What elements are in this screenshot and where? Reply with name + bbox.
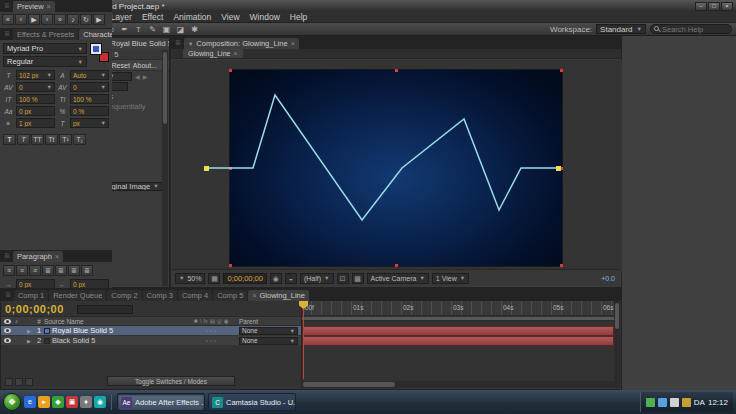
subscript-button[interactable]: T₁ [73, 134, 86, 145]
expander-icon[interactable]: ▶ [27, 338, 34, 344]
tab-comp-5[interactable]: Comp 5 [213, 290, 247, 301]
source-name-column-header[interactable]: Source Name [44, 318, 183, 325]
draft-3d-icon[interactable] [15, 378, 23, 386]
eraser-tool-button[interactable]: ◪ [174, 24, 187, 35]
mini-flowchart-icon[interactable] [5, 378, 13, 386]
visibility-eye-icon[interactable] [4, 328, 11, 333]
tab-effects-presets[interactable]: Effects & Presets [13, 29, 78, 40]
horizontal-scale-field[interactable]: 100 % [70, 94, 109, 104]
justify-last-center-button[interactable]: ≣ [55, 265, 67, 276]
menu-effect[interactable]: Effect [137, 12, 169, 22]
taskbar-button-camtasia[interactable]: C Camtasia Studio - U... [208, 393, 296, 411]
tray-icon[interactable] [670, 398, 679, 407]
expander-icon[interactable]: ▶ [27, 328, 34, 334]
tray-icon[interactable] [682, 398, 691, 407]
prev-preset-icon[interactable]: ◀ [135, 73, 140, 80]
visibility-eye-icon[interactable] [4, 338, 11, 343]
timeline-timecode[interactable]: 0;00;00;00 [5, 303, 64, 315]
ram-preview-button[interactable]: ▶ [93, 14, 105, 25]
clone-stamp-tool-button[interactable]: ▣ [160, 24, 173, 35]
camera-select[interactable]: Active Camera▼ [367, 273, 429, 284]
tray-icon[interactable] [658, 398, 667, 407]
tab-comp-2[interactable]: Comp 2 [107, 290, 141, 301]
vertical-scale-field[interactable]: 100 % [16, 94, 55, 104]
stroke-width-field[interactable]: 1 px [16, 118, 55, 128]
tab-character[interactable]: Characte [79, 29, 112, 40]
menu-view[interactable]: View [216, 12, 244, 22]
align-left-button[interactable]: ≡ [3, 265, 15, 276]
frame-blend-icon[interactable] [25, 378, 33, 386]
maximize-button[interactable]: □ [708, 2, 720, 11]
tab-comp-1[interactable]: Comp 1 [14, 290, 48, 301]
tray-icon[interactable] [646, 398, 655, 407]
justify-last-left-button[interactable]: ≣ [42, 265, 54, 276]
composition-viewer[interactable] [172, 60, 622, 271]
font-family-select[interactable]: Myriad Pro▼ [3, 43, 87, 54]
close-button[interactable]: × [721, 2, 733, 11]
grid-guides-icon[interactable]: ▦ [208, 273, 220, 284]
kerning-field[interactable]: 0▼ [16, 82, 55, 92]
quick-launch-icon[interactable]: ♦ [80, 396, 92, 408]
superscript-button[interactable]: T¹ [59, 134, 72, 145]
small-caps-button[interactable]: Tt [45, 134, 58, 145]
faux-bold-button[interactable]: T [3, 134, 16, 145]
align-right-button[interactable]: ≡ [29, 265, 41, 276]
layer-color-chip[interactable] [44, 338, 50, 344]
quick-launch-icon[interactable]: ▣ [66, 396, 78, 408]
first-frame-button[interactable]: « [2, 14, 14, 25]
quick-launch-icon[interactable]: ◉ [94, 396, 106, 408]
align-center-button[interactable]: ≡ [16, 265, 28, 276]
work-area-bar[interactable] [301, 317, 616, 321]
audio-button[interactable]: ♪ [67, 14, 79, 25]
all-caps-button[interactable]: TT [31, 134, 44, 145]
search-help-input[interactable] [662, 25, 728, 34]
layer-duration-bar-1[interactable] [303, 326, 614, 336]
magnification-select[interactable]: ▼50% [175, 273, 205, 284]
timeline-vertical-scrollbar[interactable] [614, 301, 620, 388]
path-endpoint-right[interactable] [556, 166, 561, 171]
timeline-horizontal-scrollbar[interactable] [301, 381, 615, 388]
effect-controls-scrollbar[interactable] [162, 50, 168, 286]
timeline-search-field[interactable] [77, 305, 133, 314]
next-preset-icon[interactable]: ▶ [143, 73, 148, 80]
region-of-interest-icon[interactable]: ⊡ [337, 273, 349, 284]
tab-render-queue[interactable]: Render Queue [49, 290, 106, 301]
tab-paragraph[interactable]: Paragraph× [13, 251, 63, 262]
tab-comp-3[interactable]: Comp 3 [143, 290, 177, 301]
resolution-select[interactable]: (Half)▼ [300, 273, 334, 284]
workspace-select[interactable]: Standard▼ [596, 24, 646, 34]
parent-select[interactable]: None▼ [239, 337, 298, 345]
prev-frame-button[interactable]: ‹ [15, 14, 27, 25]
snapshot-icon[interactable]: ◉ [270, 273, 282, 284]
brush-tool-button[interactable]: ✎ [146, 24, 159, 35]
font-size-field[interactable]: 102 px▼ [16, 70, 55, 80]
layer-color-chip[interactable] [44, 328, 50, 334]
taskbar-button-after-effects[interactable]: Ae Adobe After Effects ... [117, 393, 205, 411]
layer-row-2[interactable]: ▶ 2 Black Solid 5 ▫▫▫ None▼ [1, 336, 301, 346]
stroke-path-line[interactable] [206, 95, 558, 220]
start-button[interactable]: ❖ [3, 393, 21, 411]
layer-name[interactable]: Black Solid 5 [52, 336, 183, 345]
tsume-field[interactable]: 0 % [70, 106, 109, 116]
viewer-tab-glowing-line[interactable]: Glowing_Line× [183, 49, 243, 58]
tracking-field[interactable]: 0▼ [70, 82, 109, 92]
loop-button[interactable]: ↻ [80, 14, 92, 25]
current-time-indicator-line[interactable] [303, 309, 304, 379]
close-tab-icon[interactable]: × [291, 40, 295, 47]
faux-italic-button[interactable]: T [17, 134, 30, 145]
stroke-unit-field[interactable]: px▼ [70, 118, 109, 128]
puppet-pin-tool-button[interactable]: ✱ [188, 24, 201, 35]
path-endpoint-left[interactable] [204, 166, 209, 171]
transparency-grid-icon[interactable]: ▩ [352, 273, 364, 284]
show-channel-icon[interactable]: ◒ [285, 273, 297, 284]
tab-comp-4[interactable]: Comp 4 [178, 290, 212, 301]
close-tab-icon[interactable]: × [55, 253, 59, 260]
help-search[interactable] [650, 24, 732, 34]
layer-row-1[interactable]: ▶ 1 Royal Blue Solid 5 ▫▫▫ None▼ [1, 326, 301, 336]
quick-launch-icon[interactable]: ◆ [52, 396, 64, 408]
next-frame-button[interactable]: › [41, 14, 53, 25]
menu-help[interactable]: Help [285, 12, 312, 22]
text-color-swatch[interactable] [90, 43, 109, 62]
type-tool-button[interactable]: T [132, 24, 145, 35]
quick-launch-browser-icon[interactable]: e [24, 396, 36, 408]
